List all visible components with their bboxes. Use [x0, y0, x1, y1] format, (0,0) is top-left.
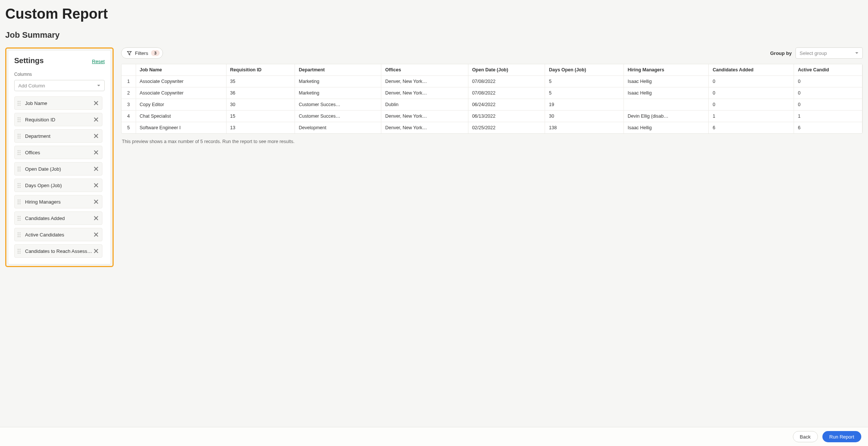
table-cell: Marketing [295, 87, 381, 99]
table-cell: 0 [709, 87, 794, 99]
column-chip[interactable]: Active Candidates [14, 228, 102, 241]
groupby-placeholder: Select group [800, 50, 827, 56]
table-cell: 15 [226, 111, 295, 122]
column-chip[interactable]: Candidates Added [14, 211, 102, 225]
table-cell: 36 [226, 87, 295, 99]
table-cell [624, 99, 709, 111]
table-cell: 2 [121, 87, 136, 99]
table-cell: 5 [545, 76, 624, 87]
table-cell: 35 [226, 76, 295, 87]
remove-column-icon[interactable] [93, 133, 99, 139]
table-cell: Customer Succes… [295, 99, 381, 111]
chevron-down-icon [97, 84, 101, 87]
table-header[interactable]: Job Name [136, 64, 226, 76]
table-cell: 0 [794, 76, 862, 87]
page-title: Custom Report [5, 6, 863, 22]
table-cell: 6 [794, 122, 862, 134]
table-row: 1Associate Copywriter35MarketingDenver, … [121, 76, 862, 87]
table-header[interactable]: Requisition ID [226, 64, 295, 76]
table-cell: Marketing [295, 76, 381, 87]
table-cell: 4 [121, 111, 136, 122]
column-chip-label: Active Candidates [25, 232, 93, 238]
drag-handle-icon[interactable] [18, 134, 21, 139]
remove-column-icon[interactable] [93, 117, 99, 123]
table-cell: 0 [794, 87, 862, 99]
table-row: 4Chat Specialist15Customer Succes…Denver… [121, 111, 862, 122]
column-chip[interactable]: Hiring Managers [14, 195, 102, 208]
column-chip[interactable]: Department [14, 129, 102, 143]
column-list: Job NameRequisition IDDepartmentOfficesO… [14, 96, 105, 258]
column-chip[interactable]: Candidates to Reach Assess… [14, 244, 102, 258]
table-cell: 3 [121, 99, 136, 111]
remove-column-icon[interactable] [93, 100, 99, 106]
report-subtitle: Job Summary [5, 30, 863, 40]
table-cell: Denver, New York… [381, 122, 468, 134]
table-cell: 6 [709, 122, 794, 134]
remove-column-icon[interactable] [93, 232, 99, 238]
table-cell: 5 [121, 122, 136, 134]
column-chip-label: Department [25, 133, 93, 139]
remove-column-icon[interactable] [93, 166, 99, 172]
add-column-placeholder: Add Column [18, 83, 45, 89]
table-cell: Isaac Hellig [624, 76, 709, 87]
table-header[interactable] [121, 64, 136, 76]
table-cell: 5 [545, 87, 624, 99]
column-chip-label: Offices [25, 150, 93, 155]
drag-handle-icon[interactable] [18, 117, 21, 122]
remove-column-icon[interactable] [93, 215, 99, 221]
remove-column-icon[interactable] [93, 199, 99, 205]
column-chip[interactable]: Offices [14, 146, 102, 159]
drag-handle-icon[interactable] [18, 167, 21, 171]
column-chip[interactable]: Job Name [14, 96, 102, 110]
table-header[interactable]: Offices [381, 64, 468, 76]
drag-handle-icon[interactable] [18, 199, 21, 204]
table-cell: 0 [709, 99, 794, 111]
drag-handle-icon[interactable] [18, 101, 21, 106]
reset-link[interactable]: Reset [92, 59, 105, 64]
table-cell: Chat Specialist [136, 111, 226, 122]
table-cell: 07/08/2022 [468, 76, 545, 87]
columns-label: Columns [14, 72, 105, 77]
table-cell: Isaac Hellig [624, 87, 709, 99]
table-cell: Denver, New York… [381, 87, 468, 99]
table-header[interactable]: Open Date (Job) [468, 64, 545, 76]
table-cell: Copy Editor [136, 99, 226, 111]
table-cell: 0 [794, 99, 862, 111]
table-row: 3Copy Editor30Customer Succes…Dublin06/2… [121, 99, 862, 111]
filters-button[interactable]: Filters 3 [121, 47, 163, 59]
drag-handle-icon[interactable] [18, 249, 21, 254]
column-chip[interactable]: Open Date (Job) [14, 162, 102, 176]
remove-column-icon[interactable] [93, 149, 99, 155]
filters-count-badge: 3 [151, 50, 159, 56]
table-header[interactable]: Active Candid [794, 64, 862, 76]
table-cell: Associate Copywriter [136, 76, 226, 87]
add-column-select[interactable]: Add Column [14, 80, 105, 91]
table-cell: 06/13/2022 [468, 111, 545, 122]
table-cell: 30 [545, 111, 624, 122]
table-cell: Software Engineer I [136, 122, 226, 134]
table-header[interactable]: Candidates Added [709, 64, 794, 76]
groupby-select[interactable]: Select group [795, 47, 863, 59]
column-chip[interactable]: Requisition ID [14, 113, 102, 126]
column-chip-label: Open Date (Job) [25, 166, 93, 172]
table-cell: 138 [545, 122, 624, 134]
drag-handle-icon[interactable] [18, 232, 21, 237]
drag-handle-icon[interactable] [18, 150, 21, 155]
filters-label: Filters [135, 50, 148, 56]
table-cell: Devin Ellig (disab… [624, 111, 709, 122]
table-cell: 1 [709, 111, 794, 122]
table-cell: Development [295, 122, 381, 134]
column-chip-label: Requisition ID [25, 117, 93, 123]
remove-column-icon[interactable] [93, 248, 99, 254]
drag-handle-icon[interactable] [18, 216, 21, 221]
column-chip[interactable]: Days Open (Job) [14, 179, 102, 192]
drag-handle-icon[interactable] [18, 183, 21, 188]
table-header[interactable]: Department [295, 64, 381, 76]
preview-table-scroll[interactable]: Job NameRequisition IDDepartmentOfficesO… [121, 64, 863, 134]
table-cell: 0 [709, 76, 794, 87]
preview-table: Job NameRequisition IDDepartmentOfficesO… [121, 64, 862, 133]
table-header[interactable]: Hiring Managers [624, 64, 709, 76]
table-cell: 30 [226, 99, 295, 111]
table-header[interactable]: Days Open (Job) [545, 64, 624, 76]
remove-column-icon[interactable] [93, 182, 99, 188]
